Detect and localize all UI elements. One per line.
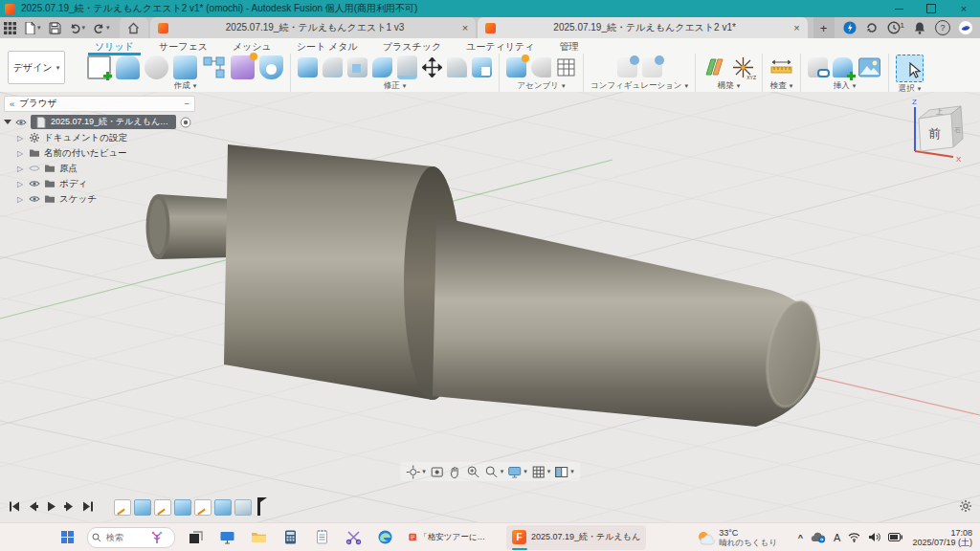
close-tab-icon[interactable]: × xyxy=(793,22,799,33)
visibility-eye-icon[interactable] xyxy=(15,117,27,128)
primitive-button[interactable] xyxy=(145,55,168,79)
browser-item-sketches[interactable]: ▷ スケッチ xyxy=(4,191,195,207)
timeline-go-start-button[interactable] xyxy=(8,499,22,514)
weather-widget[interactable]: 33°C 晴れのちくもり xyxy=(696,528,777,547)
timeline-position-marker[interactable] xyxy=(257,497,260,516)
browser-item-doc-settings[interactable]: ▷ ドキュメントの設定 xyxy=(4,130,195,145)
disclosure-icon[interactable]: ▷ xyxy=(17,195,25,204)
battery-icon[interactable] xyxy=(888,533,902,541)
construction-plane-button[interactable] xyxy=(702,55,726,79)
snipping-tool-button[interactable] xyxy=(342,525,365,550)
zoom-window-button[interactable]: ▾ xyxy=(484,465,504,479)
caret-icon[interactable]: ▾ xyxy=(422,468,426,475)
display-app-button[interactable] xyxy=(215,525,238,550)
notepad-button[interactable] xyxy=(310,525,333,550)
shell-button[interactable] xyxy=(347,57,368,77)
user-avatar[interactable] xyxy=(959,21,972,34)
taskbar-clock[interactable]: 17:08 2025/07/19 (土) xyxy=(912,528,972,547)
new-tab-button[interactable]: + xyxy=(813,17,835,38)
move-copy-button[interactable] xyxy=(422,57,442,77)
insert-fastener-button[interactable] xyxy=(833,57,853,77)
file-menu-button[interactable]: ▾ xyxy=(20,17,45,38)
disclosure-icon[interactable]: ▷ xyxy=(17,165,25,173)
visibility-eye-off-icon[interactable] xyxy=(29,163,40,174)
group-label-configure[interactable]: コンフィギュレーション▾ xyxy=(590,80,688,92)
extrude-button[interactable] xyxy=(173,55,197,79)
timeline-play-button[interactable] xyxy=(44,499,58,514)
maximize-button[interactable] xyxy=(915,0,947,17)
feature-sketch-icon[interactable] xyxy=(194,499,212,516)
task-view-button[interactable] xyxy=(184,525,207,550)
look-at-button[interactable] xyxy=(430,465,444,479)
disclosure-icon[interactable]: ▷ xyxy=(17,134,25,143)
edge-browser-button[interactable] xyxy=(373,525,396,550)
derive-button[interactable] xyxy=(202,55,226,79)
viewports-button[interactable]: ▾ xyxy=(554,465,574,479)
feature-extrude-icon[interactable] xyxy=(134,499,151,516)
undo-button[interactable]: ▾ xyxy=(65,17,90,38)
document-tab-2[interactable]: 2025.07.19_続・テルえもんクエスト2 v1* × xyxy=(478,17,807,38)
sync-status-icon[interactable] xyxy=(865,21,879,34)
disclosure-icon[interactable]: ▷ xyxy=(17,149,25,158)
caret-icon[interactable]: ▾ xyxy=(547,468,551,475)
document-tab-1[interactable]: 2025.07.19_続・テルえもんクエスト1 v3 × xyxy=(150,17,477,38)
job-queue-button[interactable]: 1 xyxy=(887,21,904,34)
visibility-eye-icon[interactable] xyxy=(29,193,40,205)
tab-surface[interactable]: サーフェス xyxy=(146,38,220,54)
caret-icon[interactable]: ▾ xyxy=(523,468,527,475)
combine-button[interactable] xyxy=(372,57,392,77)
replace-face-button[interactable] xyxy=(472,57,492,77)
browser-root-row[interactable]: 2025.07.19_続・テルえもんクエスト2... xyxy=(4,114,195,130)
grid-settings-button[interactable]: ▾ xyxy=(531,465,551,479)
zoom-button[interactable] xyxy=(466,465,480,479)
panel-minimize-icon[interactable]: − xyxy=(184,99,189,109)
search-input[interactable] xyxy=(104,532,146,543)
feature-fillet-icon[interactable] xyxy=(234,499,252,516)
ime-mode-indicator[interactable]: A xyxy=(834,532,840,543)
create-sketch-button[interactable] xyxy=(87,55,111,79)
orbit-button[interactable]: ▾ xyxy=(406,465,426,479)
start-button[interactable] xyxy=(55,525,79,550)
expanded-arrow-icon[interactable] xyxy=(4,120,11,124)
pan-button[interactable] xyxy=(448,465,462,479)
canvas-image-button[interactable] xyxy=(858,55,881,79)
browser-header[interactable]: « ブラウザ − xyxy=(4,96,195,112)
help-button[interactable]: ? xyxy=(935,20,950,35)
collapse-left-icon[interactable]: « xyxy=(10,99,14,109)
viewport-canvas[interactable]: « ブラウザ − 2025.07.19_続・テルえもんクエスト2... ▷ ドキ… xyxy=(0,92,980,523)
create-form-button[interactable] xyxy=(116,55,140,79)
joint-button[interactable] xyxy=(531,57,551,77)
draft-button[interactable] xyxy=(447,57,467,77)
news-widget-button[interactable]: 「格安ツアーに隠されたウソ」 xyxy=(405,525,497,550)
caret-icon[interactable]: ▾ xyxy=(570,468,574,475)
root-component[interactable]: 2025.07.19_続・テルえもんクエスト2... xyxy=(31,115,176,129)
group-label-construct[interactable]: 構築▾ xyxy=(718,80,741,92)
save-button[interactable] xyxy=(45,17,65,38)
caret-icon[interactable]: ▾ xyxy=(106,24,110,32)
fusion-taskbar-button[interactable]: F 2025.07.19_続・テルえもん xyxy=(506,525,646,550)
close-button[interactable]: × xyxy=(947,0,980,17)
group-label-assemble[interactable]: アセンブリ▾ xyxy=(517,80,565,92)
select-button[interactable] xyxy=(896,55,924,82)
timeline-step-back-button[interactable] xyxy=(26,499,40,514)
browser-item-bodies[interactable]: ▷ ボディ xyxy=(4,176,195,191)
tab-mesh[interactable]: メッシュ xyxy=(220,38,284,54)
volume-icon[interactable] xyxy=(868,532,880,542)
measure-button[interactable] xyxy=(769,55,793,79)
hole-button[interactable] xyxy=(259,55,283,79)
new-component-button[interactable] xyxy=(506,57,526,77)
fillet-button[interactable] xyxy=(323,57,343,77)
onedrive-sync-icon[interactable] xyxy=(811,532,826,543)
feature-extrude-icon[interactable] xyxy=(214,499,232,516)
display-settings-button[interactable]: ▾ xyxy=(507,465,527,479)
browser-item-origin[interactable]: ▷ 原点 xyxy=(4,161,195,176)
hidden-icons-chevron[interactable]: ^ xyxy=(798,533,803,542)
insert-derive-button[interactable] xyxy=(808,57,828,77)
job-status-icon[interactable] xyxy=(843,21,857,34)
timeline-go-end-button[interactable] xyxy=(80,499,95,514)
feature-extrude-icon[interactable] xyxy=(174,499,191,516)
view-cube[interactable]: Z X 前 上 右 xyxy=(890,96,972,168)
tab-utility[interactable]: ユーティリティ xyxy=(454,38,546,54)
group-label-modify[interactable]: 修正▾ xyxy=(384,80,407,92)
disclosure-icon[interactable]: ▷ xyxy=(17,180,25,188)
